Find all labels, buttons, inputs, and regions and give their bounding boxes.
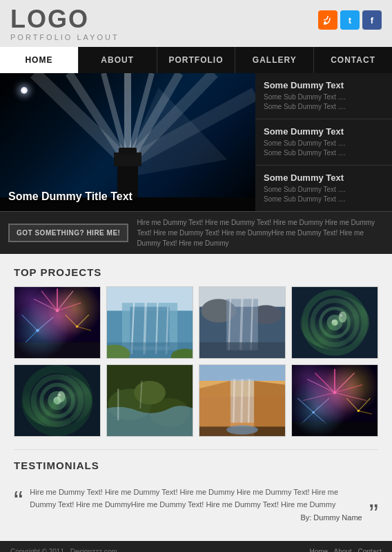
- svg-line-1: [35, 73, 128, 163]
- hero-panel-3-title: Some Dummy Text: [264, 172, 384, 183]
- svg-line-85: [307, 379, 335, 393]
- svg-line-21: [22, 315, 38, 331]
- svg-line-92: [301, 413, 313, 424]
- project-thumb-3[interactable]: [199, 286, 286, 359]
- hero-panel-1-sub2: Some Sub Dummy Text ....: [264, 102, 384, 112]
- svg-line-7: [128, 73, 214, 163]
- hero-panel-2-sub1: Some Sub Dummy Text ....: [264, 139, 384, 148]
- svg-point-60: [41, 385, 73, 417]
- svg-point-94: [357, 410, 360, 412]
- twitter-icon[interactable]: t: [340, 10, 360, 30]
- svg-line-15: [41, 291, 57, 311]
- header: LOGO PORTFOLIO LAYOUT t f: [0, 0, 392, 47]
- svg-line-18: [34, 299, 57, 310]
- hero-panel-3-sub1: Some Sub Dummy Text ....: [264, 185, 384, 195]
- svg-point-55: [339, 311, 346, 322]
- svg-line-95: [346, 398, 358, 411]
- svg-point-54: [331, 319, 337, 326]
- hero-panel-3-sub2: Some Sub Dummy Text ....: [264, 195, 384, 204]
- project-thumb-1[interactable]: [14, 286, 101, 359]
- svg-line-5: [128, 73, 152, 163]
- nav-gallery[interactable]: GALLERY: [235, 47, 314, 73]
- svg-point-52: [320, 308, 349, 337]
- svg-line-90: [297, 398, 313, 413]
- svg-rect-28: [14, 342, 100, 358]
- svg-line-96: [358, 398, 370, 411]
- svg-point-62: [53, 397, 61, 404]
- svg-line-6: [128, 73, 179, 163]
- nav-contact[interactable]: CONTACT: [314, 47, 392, 73]
- svg-line-16: [57, 291, 73, 311]
- svg-line-8: [128, 94, 255, 163]
- main-content: TOP PROJECTS: [0, 254, 392, 541]
- svg-line-82: [315, 373, 335, 393]
- svg-line-26: [77, 315, 89, 326]
- hire-me-button[interactable]: GOT SOMETHING? HIRE ME!: [8, 224, 128, 242]
- svg-rect-57: [14, 365, 100, 436]
- hero-title: Some Dummy Title Text: [8, 190, 133, 203]
- svg-point-89: [312, 411, 314, 413]
- open-quote: “: [14, 490, 23, 512]
- svg-rect-73: [199, 365, 285, 381]
- social-icons: t f: [318, 10, 382, 30]
- svg-point-64: [59, 394, 61, 396]
- svg-line-83: [335, 373, 355, 393]
- svg-point-81: [333, 391, 337, 395]
- testimonials: TESTIMONIALS “ Hire me Dummy Text! Hire …: [14, 449, 378, 529]
- svg-line-75: [233, 379, 234, 423]
- cta-bar: GOT SOMETHING? HIRE ME! Hire me Dummy Te…: [0, 211, 392, 254]
- svg-rect-48: [199, 342, 285, 358]
- close-quote: ”: [369, 503, 378, 525]
- testimonials-title: TESTIMONIALS: [14, 460, 378, 471]
- svg-point-50: [305, 293, 365, 353]
- svg-line-27: [77, 326, 92, 331]
- hero-panel-1[interactable]: Some Dummy Text Some Sub Dummy Text ....…: [255, 73, 392, 119]
- svg-rect-9: [117, 163, 138, 211]
- svg-line-76: [242, 379, 242, 423]
- logo-area: LOGO PORTFOLIO LAYOUT: [10, 7, 119, 41]
- project-thumb-2[interactable]: [106, 286, 193, 359]
- projects-title: TOP PROJECTS: [14, 266, 378, 278]
- svg-line-88: [335, 393, 366, 400]
- hero-panel-3[interactable]: Some Dummy Text Some Sub Dummy Text ....…: [255, 166, 392, 211]
- hero-panel-2[interactable]: Some Dummy Text Some Sub Dummy Text ....…: [255, 119, 392, 166]
- svg-point-24: [76, 326, 78, 328]
- hero: Some Dummy Title Text Some Dummy Text So…: [0, 73, 392, 211]
- nav: HOME ABOUT PORTFOLIO GALLERY CONTACT: [0, 47, 392, 73]
- nav-portfolio[interactable]: PORTFOLIO: [157, 47, 236, 73]
- svg-line-2: [69, 73, 128, 163]
- svg-rect-32: [130, 307, 169, 346]
- svg-rect-49: [292, 287, 378, 358]
- svg-point-51: [313, 300, 357, 344]
- svg-rect-11: [119, 148, 137, 155]
- svg-rect-13: [14, 287, 100, 358]
- moon-decoration: [21, 87, 28, 94]
- svg-point-14: [56, 309, 59, 313]
- nav-about[interactable]: ABOUT: [79, 47, 157, 73]
- project-thumb-4[interactable]: [291, 286, 378, 359]
- facebook-icon[interactable]: f: [362, 10, 382, 30]
- hero-panels: Some Dummy Text Some Sub Dummy Text ....…: [255, 73, 392, 211]
- project-thumb-6[interactable]: [106, 364, 193, 437]
- svg-line-97: [358, 411, 371, 414]
- hero-panel-2-sub2: Some Sub Dummy Text ....: [264, 148, 384, 158]
- nav-home[interactable]: HOME: [0, 47, 79, 73]
- svg-point-63: [57, 391, 65, 402]
- svg-point-56: [340, 314, 342, 316]
- svg-line-23: [26, 331, 37, 342]
- svg-line-84: [335, 385, 362, 393]
- hero-panel-1-title: Some Dummy Text: [264, 80, 384, 90]
- svg-line-77: [248, 379, 249, 423]
- footer-links[interactable]: Home - About - Contact: [310, 548, 382, 552]
- top-projects: TOP PROJECTS: [14, 266, 378, 437]
- svg-point-59: [34, 377, 81, 424]
- project-thumb-8[interactable]: [291, 364, 378, 437]
- project-thumb-7[interactable]: [199, 364, 286, 437]
- logo-text: LOGO: [10, 7, 119, 32]
- svg-line-3: [104, 73, 128, 163]
- hero-panel-2-title: Some Dummy Text: [264, 126, 384, 137]
- project-thumb-5[interactable]: [14, 364, 101, 437]
- svg-line-87: [303, 393, 335, 400]
- svg-rect-80: [292, 365, 378, 436]
- rss-icon[interactable]: [318, 10, 337, 30]
